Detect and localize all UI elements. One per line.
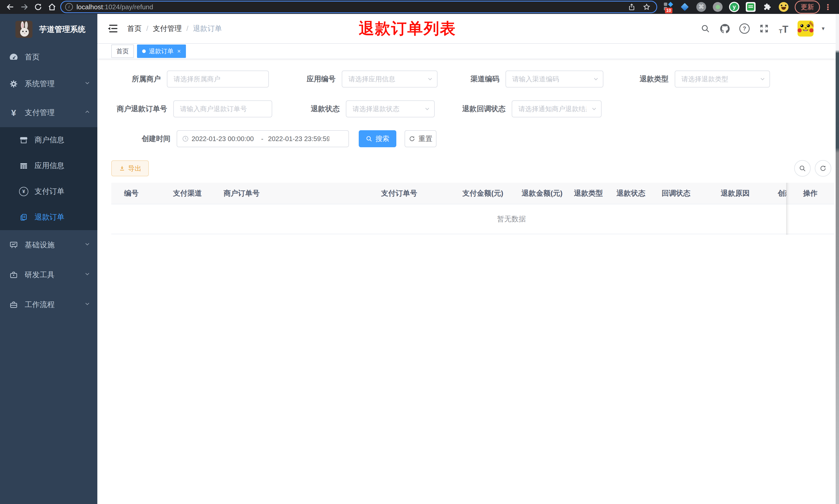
sidebar-item-home[interactable]: 首页 (0, 45, 97, 70)
merchant-refund-no-input[interactable] (173, 101, 272, 118)
empty-text: 暂无数据 (497, 214, 526, 224)
sidebar-item-refund-order[interactable]: 退款订单 (0, 204, 97, 230)
sidebar-logo[interactable]: 芋道管理系统 (0, 14, 97, 45)
refund-type-select[interactable]: 请选择退款类型 (675, 71, 770, 88)
table-empty-row: 暂无数据 (111, 204, 834, 234)
browser-chrome: i localhost:1024/pay/refund 10 ⌘ y (0, 0, 839, 14)
breadcrumb-current: 退款订单 (193, 24, 222, 34)
app-select[interactable]: 请选择应用信息 (342, 71, 438, 88)
extension-badge: 10 (665, 8, 672, 13)
breadcrumb-separator: / (186, 24, 189, 33)
url-host: localhost (76, 3, 103, 11)
gear-icon (8, 79, 20, 88)
github-icon[interactable] (719, 23, 731, 34)
sidebar-item-payment[interactable]: ¥ 支付管理 (0, 98, 97, 127)
reset-button[interactable]: 重置 (405, 130, 436, 147)
export-button[interactable]: 导出 (111, 160, 149, 176)
bookmark-star-icon[interactable] (641, 1, 652, 13)
tag-refund-order[interactable]: 退款订单 × (137, 44, 186, 58)
yen-icon: ¥ (8, 108, 20, 117)
sidebar-item-label: 商户信息 (35, 135, 65, 145)
caret-down-icon[interactable]: ▾ (822, 25, 825, 32)
page-title-annotation: 退款订单列表 (359, 18, 456, 39)
table-toolbar: 导出 (111, 160, 839, 177)
chat-extension-icon[interactable] (745, 2, 756, 12)
chevron-down-icon (84, 80, 91, 88)
export-button-label: 导出 (128, 164, 141, 173)
reload-icon[interactable] (33, 1, 44, 13)
notify-status-placeholder: 请选择通知商户退款结果的 (518, 105, 587, 113)
merchant-label: 所属商户 (111, 74, 167, 84)
channel-label: 渠道编码 (438, 74, 505, 84)
merchant-refund-no-input-wrap (173, 101, 272, 118)
help-icon[interactable]: ? (739, 23, 750, 34)
refund-status-select[interactable]: 请选择退款状态 (346, 101, 435, 118)
sidebar-item-workflow[interactable]: 工作流程 (0, 290, 97, 320)
tag-close-icon[interactable]: × (177, 48, 181, 54)
browser-menu-icon[interactable]: ⋮ (822, 3, 834, 12)
sidebar-item-label: 基础设施 (25, 240, 55, 250)
notify-status-select[interactable]: 请选择通知商户退款结果的 (512, 101, 602, 118)
sidebar: 芋道管理系统 首页 系统管理 ¥ 支付管理 (0, 14, 97, 504)
kite-extension-icon[interactable] (679, 2, 690, 12)
forward-icon[interactable] (19, 1, 30, 13)
chevron-down-icon (84, 301, 91, 309)
browser-update-button[interactable]: 更新 (795, 1, 820, 14)
search-button-label: 搜索 (375, 134, 389, 143)
search-icon[interactable] (700, 23, 711, 34)
sidebar-item-label: 工作流程 (25, 300, 55, 310)
sidebar-item-system[interactable]: 系统管理 (0, 70, 97, 98)
tag-home[interactable]: 首页 (111, 44, 134, 58)
sidebar-item-merchant-info[interactable]: 商户信息 (0, 127, 97, 153)
filter-row-1: 所属商户 应用编号 请选择应用信息 渠道编码 请输入渠道编码 (111, 71, 839, 88)
sidebar-item-app-info[interactable]: 应用信息 (0, 153, 97, 179)
url-path: :1024/pay/refund (103, 3, 153, 11)
tag-label: 首页 (117, 47, 129, 55)
hide-search-button[interactable] (794, 160, 811, 177)
dot-circle-extension-icon[interactable] (712, 2, 723, 12)
date-separator: - (259, 135, 266, 143)
breadcrumb-home[interactable]: 首页 (127, 24, 142, 34)
share-icon[interactable] (626, 1, 637, 13)
sidebar-item-label: 支付订单 (35, 186, 65, 197)
sidebar-collapse-icon[interactable] (108, 24, 119, 33)
back-icon[interactable] (5, 1, 16, 13)
site-info-icon[interactable]: i (65, 3, 73, 11)
y-extension-icon[interactable]: y (729, 2, 739, 12)
column-header-refund-type: 退款类型 (567, 188, 610, 198)
tag-label: 退款订单 (149, 47, 174, 55)
puzzle-extensions-icon[interactable] (762, 2, 772, 12)
chevron-down-icon (84, 271, 91, 279)
chevron-down-icon (592, 76, 599, 83)
refund-type-select-wrap: 请选择退款类型 (675, 71, 770, 88)
url-bar[interactable]: i localhost:1024/pay/refund (60, 1, 657, 13)
sidebar-item-pay-order[interactable]: ¥ 支付订单 (0, 179, 97, 204)
emoji-extension-icon[interactable] (778, 2, 789, 12)
refresh-table-button[interactable] (815, 160, 831, 177)
navbar-actions: ? TT ▾ (700, 14, 825, 43)
search-button[interactable]: 搜索 (359, 130, 396, 147)
date-start-value: 2022-01-23 00:00:00 (192, 135, 256, 143)
sidebar-item-infrastructure[interactable]: 基础设施 (0, 230, 97, 260)
channel-select[interactable]: 请输入渠道编码 (505, 71, 603, 88)
breadcrumb-payment[interactable]: 支付管理 (153, 24, 182, 34)
sidebar-item-dev-tools[interactable]: 研发工具 (0, 260, 97, 290)
yen-circle-icon: ¥ (19, 187, 29, 196)
date-range-picker[interactable]: 2022-01-23 00:00:00 - 2022-01-23 23:59:5… (177, 130, 349, 147)
page-scrollbar[interactable] (836, 14, 839, 504)
user-avatar[interactable] (798, 21, 814, 37)
column-header-actions: 操作 (786, 188, 834, 198)
create-time-label: 创建时间 (111, 134, 177, 144)
column-header-merchant-order-no: 商户订单号 (214, 188, 350, 198)
command-extension-icon[interactable]: ⌘ (696, 2, 707, 12)
chevron-down-icon (427, 76, 433, 83)
home-icon[interactable] (46, 1, 58, 13)
table-header-row: 编号 支付渠道 商户订单号 支付订单号 支付金额(元) 退款金额(元) 退款类型… (111, 183, 834, 204)
column-header-id: 编号 (111, 188, 160, 198)
reset-button-label: 重置 (418, 134, 432, 143)
extension-grid-icon[interactable]: 10 (663, 2, 674, 12)
merchant-input[interactable] (167, 71, 269, 88)
fullscreen-icon[interactable] (758, 23, 770, 34)
extension-tray: 10 ⌘ y (660, 2, 792, 12)
font-size-icon[interactable]: TT (778, 23, 789, 34)
